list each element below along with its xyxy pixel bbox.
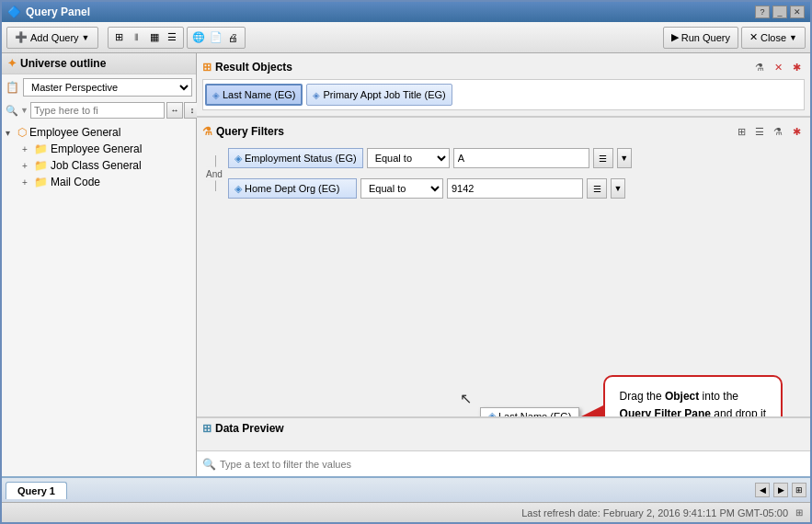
data-preview-icon: ⊞ bbox=[202, 422, 212, 435]
tree-root-item[interactable]: ▾ ⬡ Employee General bbox=[6, 124, 192, 141]
result-objects-section: ⊞ Result Objects ⚗ ✕ ✱ ◈ Last Name (EG) bbox=[197, 53, 810, 118]
tooltip-text-2: into the bbox=[699, 390, 738, 403]
filter-row-1: ◈ Employment Status (EG) Equal to ☰ ▼ bbox=[228, 148, 805, 168]
toolbar-icon-group-1: ⊞ ⫴ ▦ ☰ bbox=[108, 27, 184, 49]
folder-icon-3: 📁 bbox=[34, 176, 48, 188]
filter-field-1: ◈ Employment Status (EG) bbox=[228, 148, 363, 168]
child3-expand-icon: + bbox=[22, 177, 31, 188]
title-bar-right: ? _ ✕ bbox=[755, 6, 805, 18]
tooltip-bold-pane: Query Filter Pane bbox=[620, 407, 711, 417]
result-chip-lastname[interactable]: ◈ Last Name (EG) bbox=[205, 84, 303, 106]
left-panel: ✦ Universe outline 📋 Master Perspective … bbox=[2, 53, 197, 476]
tree-panel: ▾ ⬡ Employee General + 📁 Employee Genera… bbox=[2, 120, 196, 194]
tree-child-item-2[interactable]: + 📁 Job Class General bbox=[22, 157, 192, 174]
delete-icon-ro[interactable]: ✕ bbox=[770, 59, 786, 75]
toolbar-left: ➕ Add Query ▼ ⊞ ⫴ ▦ ☰ 🌐 📄 🖨 bbox=[6, 27, 246, 49]
help-button[interactable]: ? bbox=[755, 6, 770, 18]
search-filter-icon: 🔍 bbox=[6, 105, 18, 117]
universe-outline-header: ✦ Universe outline bbox=[2, 53, 196, 74]
chip-label-2: Primary Appt Job Title (EG) bbox=[323, 89, 445, 100]
filter-bar-input[interactable] bbox=[220, 459, 805, 470]
filter-bar-icon: 🔍 bbox=[202, 458, 216, 471]
filter-list-btn-2[interactable]: ☰ bbox=[587, 178, 607, 199]
tab-bar: Query 1 ◀ ▶ ⊞ bbox=[2, 476, 810, 502]
status-resize-icon[interactable]: ⊞ bbox=[795, 507, 803, 518]
result-objects-actions: ⚗ ✕ ✱ bbox=[751, 59, 805, 75]
tab-query1-label: Query 1 bbox=[17, 485, 55, 496]
filter-field-label-2: Home Dept Org (EG) bbox=[245, 183, 339, 194]
query-filters-actions: ⊞ ☰ ⚗ ✱ bbox=[733, 123, 805, 140]
query-filters-label: Query Filters bbox=[216, 125, 284, 138]
list-icon[interactable]: ☰ bbox=[164, 29, 180, 46]
child2-label: Job Class General bbox=[51, 159, 142, 172]
table-icon[interactable]: ⊞ bbox=[111, 29, 128, 46]
chip-icon-1: ◈ bbox=[212, 90, 220, 100]
list-icon-qf[interactable]: ☰ bbox=[751, 123, 768, 140]
filter-value-2[interactable] bbox=[447, 178, 583, 199]
add-query-button[interactable]: ➕ Add Query ▼ bbox=[6, 27, 98, 49]
chip-icon-2: ◈ bbox=[313, 90, 320, 100]
child1-expand-icon: + bbox=[22, 144, 31, 154]
master-perspective-select[interactable]: Master Perspective bbox=[23, 78, 192, 97]
minimize-button[interactable]: _ bbox=[772, 6, 787, 18]
tree-child-item-1[interactable]: + 📁 Employee General bbox=[22, 141, 192, 157]
globe-icon[interactable]: 🌐 bbox=[190, 29, 207, 46]
search-input[interactable] bbox=[30, 102, 165, 119]
data-preview-section: ⊞ Data Preview bbox=[197, 417, 810, 450]
close-toolbar-icon: ✕ bbox=[749, 31, 758, 43]
filter-field-icon-1: ◈ bbox=[234, 153, 242, 165]
filter-field-icon-2: ◈ bbox=[234, 183, 242, 195]
search-buttons: ↔ ↕ bbox=[166, 102, 200, 119]
query-filters-header: ⚗ Query Filters ⊞ ☰ ⚗ ✱ bbox=[202, 123, 805, 140]
data-preview-title: ⊞ Data Preview bbox=[202, 422, 805, 435]
window-title: Query Panel bbox=[26, 6, 90, 18]
tree-child-item-3[interactable]: + 📁 Mail Code bbox=[22, 174, 192, 190]
filter-value-1[interactable] bbox=[453, 148, 589, 168]
filter-operator-1[interactable]: Equal to bbox=[367, 148, 450, 168]
tree-child-1: + 📁 Employee General + 📁 Job Class Gener… bbox=[6, 141, 192, 190]
chip-label-1: Last Name (EG) bbox=[223, 89, 295, 100]
filter-operator-2[interactable]: Equal to bbox=[360, 178, 443, 199]
export-icon[interactable]: 📄 bbox=[208, 29, 224, 46]
run-icon: ▶ bbox=[671, 31, 679, 43]
filter-list-btn-1[interactable]: ☰ bbox=[593, 148, 613, 168]
filter-icon-ro[interactable]: ⚗ bbox=[751, 59, 768, 75]
add-query-dropdown-icon: ▼ bbox=[82, 33, 90, 42]
tree-expand-icon: ▾ bbox=[6, 128, 15, 138]
filter-icon-qf[interactable]: ⚗ bbox=[770, 123, 786, 140]
tab-query1[interactable]: Query 1 bbox=[6, 482, 67, 499]
filter-field-label-1: Employment Status (EG) bbox=[245, 153, 357, 164]
settings-icon-ro[interactable]: ✱ bbox=[788, 59, 805, 75]
query-filters-section: ⚗ Query Filters ⊞ ☰ ⚗ ✱ And bbox=[197, 118, 810, 417]
filter-down-btn-1[interactable]: ▼ bbox=[617, 148, 632, 168]
result-chip-jobtitle[interactable]: ◈ Primary Appt Job Title (EG) bbox=[306, 84, 452, 106]
tab-next-button[interactable]: ▶ bbox=[773, 483, 788, 497]
grid-icon[interactable]: ▦ bbox=[146, 29, 163, 46]
add-query-label: Add Query bbox=[30, 32, 79, 43]
tab-menu-button[interactable]: ⊞ bbox=[792, 483, 806, 497]
tooltip-bold-object: Object bbox=[665, 390, 699, 403]
filter-down-btn-2[interactable]: ▼ bbox=[611, 178, 625, 199]
tab-prev-button[interactable]: ◀ bbox=[755, 483, 770, 497]
folder-icon-2: 📁 bbox=[34, 159, 48, 172]
query-filters-icon: ⚗ bbox=[202, 125, 212, 138]
and-label: And bbox=[206, 166, 223, 180]
delete-icon-qf[interactable]: ✱ bbox=[788, 123, 805, 140]
search-expand-button[interactable]: ↔ bbox=[166, 102, 183, 119]
folder-icon-1: 📁 bbox=[34, 142, 48, 155]
drag-preview: ◈ Last Name (EG) bbox=[480, 407, 579, 417]
table-icon-qf[interactable]: ⊞ bbox=[733, 123, 749, 140]
universe-icon: ✦ bbox=[7, 57, 17, 70]
print-icon[interactable]: 🖨 bbox=[225, 29, 242, 46]
run-query-label: Run Query bbox=[681, 32, 730, 43]
title-bar: 🔷 Query Panel ? _ ✕ bbox=[2, 2, 810, 22]
result-objects-header: ⊞ Result Objects ⚗ ✕ ✱ bbox=[202, 59, 805, 75]
drag-preview-icon: ◈ bbox=[488, 410, 496, 417]
close-button[interactable]: ✕ bbox=[790, 6, 805, 18]
run-query-button[interactable]: ▶ Run Query bbox=[663, 27, 738, 49]
close-toolbar-button[interactable]: ✕ Close ▼ bbox=[741, 27, 806, 49]
child1-label: Employee General bbox=[51, 142, 142, 155]
close-toolbar-label: Close bbox=[761, 32, 786, 43]
columns-icon[interactable]: ⫴ bbox=[129, 29, 145, 46]
toolbar-right: ▶ Run Query ✕ Close ▼ bbox=[663, 27, 806, 49]
